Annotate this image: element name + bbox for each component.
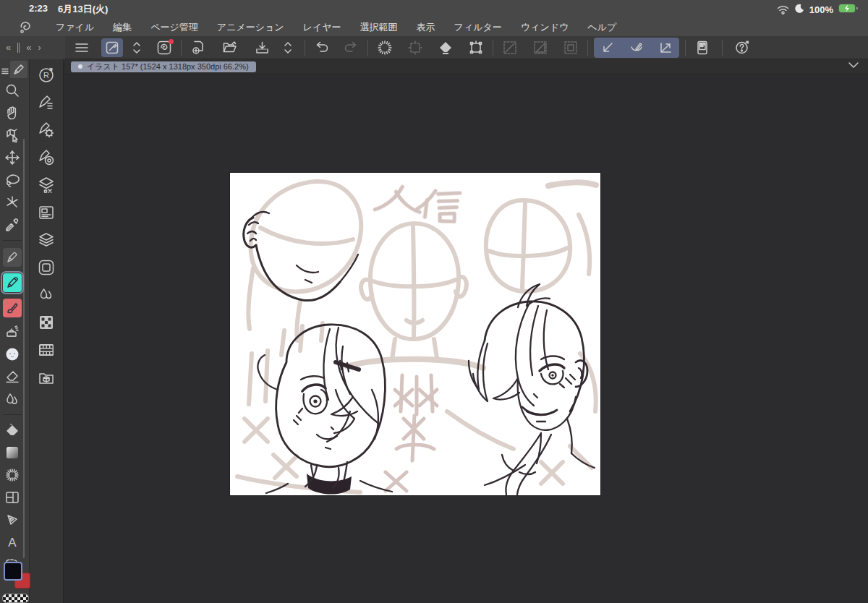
selection-extra-3-button[interactable]: [560, 38, 582, 57]
reselect-button[interactable]: [404, 38, 426, 57]
snap-button-group: [594, 38, 679, 58]
menu-page-manage[interactable]: ページ管理: [141, 21, 208, 34]
tool-pencil[interactable]: [3, 273, 22, 292]
tool-selection-lasso[interactable]: [4, 172, 21, 188]
tool-frame-border[interactable]: [4, 489, 21, 505]
tool-pen[interactable]: [3, 248, 22, 267]
color-swatches: [2, 562, 28, 602]
notification-badge: [169, 39, 174, 44]
save-options-button[interactable]: [277, 38, 299, 57]
edit-panel-icon[interactable]: [37, 204, 56, 221]
selection-extra-2-button[interactable]: [529, 38, 551, 57]
tab-list-chevron-icon[interactable]: [848, 61, 859, 69]
quick-access-icon[interactable]: R: [37, 67, 56, 84]
save-button[interactable]: [251, 38, 273, 57]
tool-eraser[interactable]: [4, 369, 21, 385]
clock: 2:23: [29, 3, 48, 16]
tool-operate[interactable]: [4, 127, 21, 143]
snap-to-special-ruler-button[interactable]: [626, 38, 647, 57]
companion-mode-button[interactable]: [692, 38, 713, 57]
tool-brush[interactable]: [3, 299, 22, 317]
clear-button[interactable]: [435, 38, 456, 57]
menu-edit[interactable]: 編集: [103, 21, 141, 34]
workspace: [65, 74, 868, 603]
clip-studio-paint-app: 2:23 6月13日(火) 100% ファイル 編集 ページ管理 アニメーション…: [0, 0, 868, 603]
tool-auto-select[interactable]: [4, 194, 21, 210]
color-mix-icon[interactable]: [37, 286, 56, 304]
menu-layer[interactable]: レイヤー: [294, 21, 351, 34]
wifi-icon: [777, 5, 789, 14]
canvas-document[interactable]: [230, 173, 600, 495]
drag-handle-icon[interactable]: [17, 43, 20, 53]
handwritten-text: [375, 183, 460, 223]
sub-tool-icon[interactable]: [37, 94, 56, 111]
transparent-color-swatch[interactable]: [2, 594, 29, 603]
tool-text[interactable]: A: [4, 534, 21, 550]
help-button[interactable]: [731, 38, 753, 57]
clip-studio-logo-icon[interactable]: [17, 20, 33, 35]
menu-selection[interactable]: 選択範囲: [351, 21, 407, 34]
ipad-status-bar: 2:23 6月13日(火) 100%: [0, 0, 868, 19]
moon-icon: [794, 4, 804, 16]
tool-hand[interactable]: [4, 105, 21, 121]
palette-bar: R: [29, 59, 64, 603]
document-tab-bar: イラスト 157* (1524 x 1318px 350dpi 66.2%): [65, 59, 868, 74]
tool-blend[interactable]: [4, 391, 21, 407]
tool-pattern[interactable]: [4, 467, 21, 483]
tool-fill[interactable]: [4, 422, 21, 438]
layer-icon[interactable]: [37, 231, 56, 249]
color-set-icon[interactable]: [37, 314, 56, 331]
menu-file[interactable]: ファイル: [46, 21, 103, 34]
main-menu-button[interactable]: [71, 38, 93, 57]
open-file-button[interactable]: [219, 38, 241, 57]
document-tab[interactable]: イラスト 157* (1524 x 1318px 350dpi 66.2%): [71, 61, 256, 72]
deselect-button[interactable]: [374, 38, 396, 57]
brush-size-icon[interactable]: [37, 149, 56, 166]
timeline-icon[interactable]: [37, 341, 56, 359]
tool-palette-menu-icon[interactable]: [0, 64, 10, 78]
tool-figure[interactable]: [4, 512, 21, 528]
battery-charging-icon: [838, 4, 858, 15]
current-tool-button[interactable]: [101, 38, 123, 57]
clip-studio-app-button[interactable]: [153, 38, 175, 57]
sidebar-collapse-controls: « « ›: [0, 36, 65, 59]
menu-window[interactable]: ウィンドウ: [511, 21, 579, 34]
tool-eyedropper[interactable]: [4, 217, 21, 233]
tool-palette: A: [0, 59, 29, 603]
tool-palette-tab[interactable]: [10, 61, 27, 78]
tool-property-icon[interactable]: [37, 121, 56, 139]
document-tab-title: イラスト 157* (1524 x 1318px 350dpi 66.2%): [87, 61, 249, 72]
svg-text:A: A: [8, 536, 17, 549]
tool-switcher-button[interactable]: [126, 38, 148, 57]
collapse-left-icon-2[interactable]: «: [26, 42, 31, 53]
material-icon[interactable]: [37, 369, 56, 386]
tool-airbrush[interactable]: [4, 324, 21, 340]
scale-rotate-button[interactable]: [465, 38, 487, 57]
layer-property-icon[interactable]: [37, 176, 56, 194]
tool-gradient[interactable]: [4, 445, 21, 461]
date: 6月13日(火): [58, 3, 108, 16]
expand-right-icon[interactable]: ›: [38, 42, 41, 53]
menu-bar: ファイル 編集 ページ管理 アニメーション レイヤー 選択範囲 表示 フィルター…: [0, 19, 868, 36]
menu-view[interactable]: 表示: [407, 21, 445, 34]
snap-to-ruler-button[interactable]: [597, 38, 618, 57]
battery-percent: 100%: [809, 4, 833, 15]
tool-decoration[interactable]: [4, 346, 21, 362]
selection-extra-1-button[interactable]: [499, 38, 521, 57]
tool-move[interactable]: [4, 150, 21, 166]
snap-to-grid-button[interactable]: [655, 38, 676, 57]
new-canvas-button[interactable]: [187, 38, 209, 57]
menu-animation[interactable]: アニメーション: [208, 21, 294, 34]
command-bar: « « ›: [0, 36, 868, 59]
undo-button[interactable]: [311, 38, 333, 57]
navigator-icon[interactable]: [37, 259, 56, 276]
menu-help[interactable]: ヘルプ: [578, 21, 626, 34]
tool-zoom[interactable]: [4, 82, 21, 98]
redo-button[interactable]: [340, 38, 362, 57]
collapse-left-icon[interactable]: «: [6, 42, 11, 53]
unsaved-dot-icon: [78, 64, 82, 69]
main-color-swatch[interactable]: [4, 562, 22, 581]
canvas-artwork: [230, 173, 600, 495]
svg-text:R: R: [43, 71, 49, 80]
menu-filter[interactable]: フィルター: [445, 21, 511, 34]
